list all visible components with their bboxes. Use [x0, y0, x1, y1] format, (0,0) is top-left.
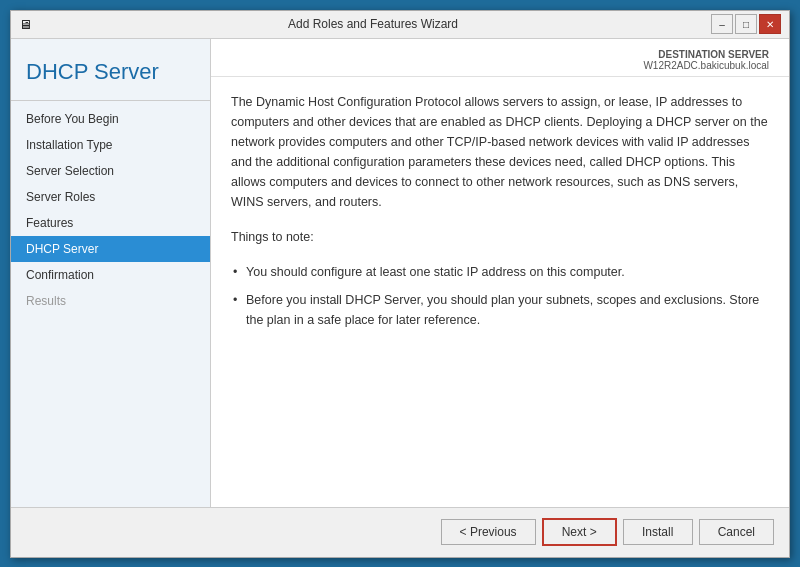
description-text: The Dynamic Host Configuration Protocol …: [231, 92, 769, 212]
main-content: DESTINATION SERVER W12R2ADC.bakicubuk.lo…: [211, 39, 789, 507]
sidebar-item-features[interactable]: Features: [11, 210, 210, 236]
install-button[interactable]: Install: [623, 519, 693, 545]
window-controls: – □ ✕: [711, 14, 781, 34]
sidebar-item-server-roles[interactable]: Server Roles: [11, 184, 210, 210]
destination-server-name: W12R2ADC.bakicubuk.local: [643, 60, 769, 71]
next-button[interactable]: Next >: [542, 518, 617, 546]
sidebar: DHCP Server Before You Begin Installatio…: [11, 39, 211, 507]
previous-button[interactable]: < Previous: [441, 519, 536, 545]
sidebar-item-confirmation[interactable]: Confirmation: [11, 262, 210, 288]
cancel-button[interactable]: Cancel: [699, 519, 774, 545]
main-panel: DESTINATION SERVER W12R2ADC.bakicubuk.lo…: [211, 39, 789, 507]
main-header: DESTINATION SERVER W12R2ADC.bakicubuk.lo…: [211, 39, 789, 77]
bullet-list: You should configure at least one static…: [231, 262, 769, 330]
minimize-button[interactable]: –: [711, 14, 733, 34]
sidebar-item-dhcp-server[interactable]: DHCP Server: [11, 236, 210, 262]
sidebar-item-installation-type[interactable]: Installation Type: [11, 132, 210, 158]
close-button[interactable]: ✕: [759, 14, 781, 34]
window-icon: 🖥: [19, 16, 35, 32]
footer: < Previous Next > Install Cancel: [11, 507, 789, 557]
bullet-item-2: Before you install DHCP Server, you shou…: [231, 290, 769, 330]
wizard-window: 🖥 Add Roles and Features Wizard – □ ✕ DH…: [10, 10, 790, 558]
main-body: The Dynamic Host Configuration Protocol …: [211, 77, 789, 507]
bullet-item-1: You should configure at least one static…: [231, 262, 769, 282]
sidebar-title: DHCP Server: [11, 49, 210, 101]
things-to-note-label: Things to note:: [231, 227, 769, 247]
destination-info: DESTINATION SERVER W12R2ADC.bakicubuk.lo…: [643, 49, 769, 71]
window-title: Add Roles and Features Wizard: [35, 17, 711, 31]
content-area: DHCP Server Before You Begin Installatio…: [11, 39, 789, 507]
sidebar-item-before-you-begin[interactable]: Before You Begin: [11, 106, 210, 132]
sidebar-item-server-selection[interactable]: Server Selection: [11, 158, 210, 184]
sidebar-item-results: Results: [11, 288, 210, 314]
maximize-button[interactable]: □: [735, 14, 757, 34]
title-bar: 🖥 Add Roles and Features Wizard – □ ✕: [11, 11, 789, 39]
